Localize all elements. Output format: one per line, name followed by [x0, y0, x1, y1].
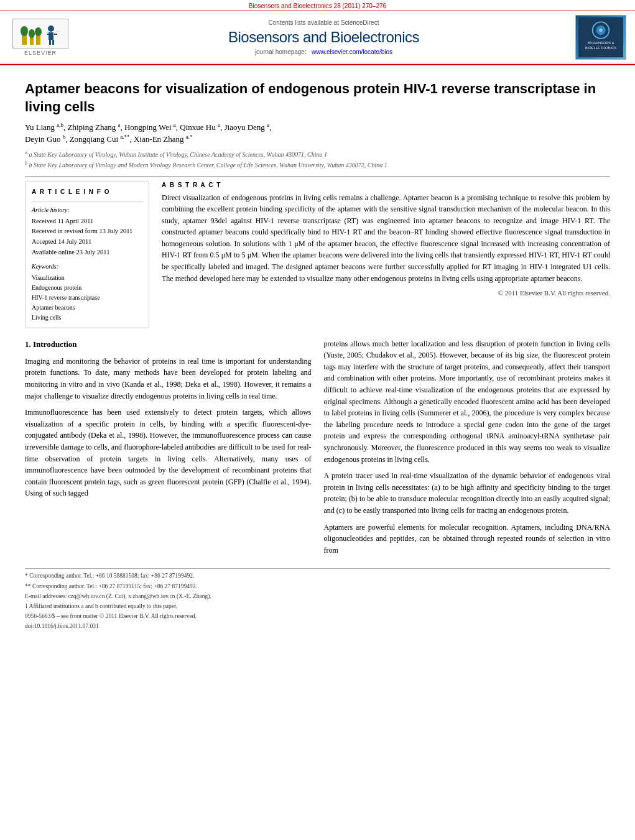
keyword-4: Aptamer beacons — [32, 303, 142, 313]
authors: Yu Liang a,b, Zhiping Zhang a, Hongping … — [25, 121, 610, 145]
divider-info — [32, 201, 142, 201]
keyword-5: Living cells — [32, 313, 142, 323]
footnote-1-text: 1 Affiliated institutions a and b contri… — [25, 603, 177, 609]
footnote-starstar-text: ** Corresponding author. Tel.: +86 27 87… — [25, 583, 197, 589]
elsevier-logo-area: ELSEVIER — [6, 19, 75, 56]
footnote-star: * Corresponding author. Tel.: +86 10 588… — [25, 571, 610, 581]
footnotes: * Corresponding author. Tel.: +86 10 588… — [25, 568, 610, 631]
keyword-2: Endogenous protein — [32, 283, 142, 293]
info-abstract-section: A R T I C L E I N F O Article history: R… — [25, 182, 610, 328]
body-two-col: 1. Introduction Imaging and monitoring t… — [25, 338, 610, 561]
homepage-link[interactable]: www.elsevier.com/locate/bios — [312, 48, 392, 55]
svg-rect-10 — [49, 40, 51, 45]
article-info-col: A R T I C L E I N F O Article history: R… — [25, 182, 149, 328]
journal-citation-bar: Biosensors and Bioelectronics 28 (2011) … — [0, 0, 635, 11]
footnote-starstar: ** Corresponding author. Tel.: +86 27 87… — [25, 582, 610, 591]
history-label: Article history: — [32, 205, 142, 215]
journal-citation: Biosensors and Bioelectronics 28 (2011) … — [249, 2, 386, 9]
svg-rect-4 — [36, 35, 40, 45]
abstract-title: A B S T R A C T — [162, 182, 610, 188]
page: Biosensors and Bioelectronics 28 (2011) … — [0, 0, 635, 840]
affiliations: a a State Key Laboratory of Virology, Wu… — [25, 149, 610, 171]
footnote-issn: 0956-5663/$ – see front matter © 2011 El… — [25, 612, 610, 621]
journal-header: Biosensors and Bioelectronics 28 (2011) … — [0, 0, 635, 65]
svg-point-5 — [35, 27, 42, 36]
divider-1 — [25, 176, 610, 177]
intro-para-right-2: A protein tracer used in real-time visua… — [324, 470, 611, 516]
article-content: Aptamer beacons for visualization of end… — [0, 65, 635, 641]
svg-rect-7 — [49, 32, 53, 40]
received-revised-date: Received in revised form 13 July 2011 — [32, 226, 142, 237]
available-online-date: Available online 23 July 2011 — [32, 247, 142, 258]
footnote-email-text: E-mail addresses: czq@wh.iov.cn (Z. Cui)… — [25, 593, 211, 599]
keywords-label: Keywords: — [32, 262, 142, 272]
elsevier-text: ELSEVIER — [24, 50, 57, 56]
accepted-date: Accepted 14 July 2011 — [32, 237, 142, 247]
footnote-1: 1 Affiliated institutions a and b contri… — [25, 602, 610, 611]
footnote-doi: doi:10.1016/j.bios.2011.07.031 — [25, 622, 610, 631]
journal-title: Biosensors and Bioelectronics — [75, 29, 573, 46]
article-info-box: A R T I C L E I N F O Article history: R… — [25, 182, 149, 328]
journal-logo-right: BIOSENSORS & BIOELECTRONICS — [573, 15, 629, 60]
body-col-right: proteins allows much better localization… — [324, 338, 611, 561]
journal-title-area: Contents lists available at ScienceDirec… — [75, 19, 573, 55]
contents-line: Contents lists available at ScienceDirec… — [75, 19, 573, 26]
journal-logo-image: BIOSENSORS & BIOELECTRONICS — [575, 15, 626, 60]
footnote-issn-text: 0956-5663/$ – see front matter © 2011 El… — [25, 613, 197, 619]
affiliation-a: a a State Key Laboratory of Virology, Wu… — [25, 149, 610, 160]
authors-text: Yu Liang a,b, Zhiping Zhang a, Hongping … — [25, 122, 271, 132]
journal-homepage: journal homepage: www.elsevier.com/locat… — [75, 48, 573, 55]
svg-point-1 — [21, 26, 28, 36]
contents-label: Contents lists available at ScienceDirec… — [269, 19, 379, 26]
svg-rect-8 — [47, 34, 50, 35]
svg-point-3 — [29, 29, 35, 38]
abstract-text: Direct visualization of endogenous prote… — [162, 192, 610, 285]
affiliation-b: b b State Key Laboratory of Virology and… — [25, 160, 610, 170]
footnote-star-text: * Corresponding author. Tel.: +86 10 588… — [25, 573, 194, 579]
svg-text:BIOSENSORS &: BIOSENSORS & — [588, 41, 614, 45]
svg-rect-9 — [54, 34, 57, 35]
svg-rect-12 — [578, 17, 623, 57]
intro-heading: 1. Introduction — [25, 338, 312, 351]
received-date: Received 11 April 2011 — [32, 216, 142, 227]
svg-point-15 — [599, 29, 603, 32]
svg-rect-11 — [52, 40, 54, 45]
body-col-left: 1. Introduction Imaging and monitoring t… — [25, 338, 312, 561]
intro-para-right-3: Aptamers are powerful elements for molec… — [324, 522, 611, 556]
svg-text:BIOELECTRONICS: BIOELECTRONICS — [585, 46, 616, 50]
body-section: 1. Introduction Imaging and monitoring t… — [25, 338, 610, 561]
svg-point-6 — [48, 25, 54, 32]
homepage-label: journal homepage: — [255, 48, 307, 55]
intro-para-1: Imaging and monitoring the behavior of p… — [25, 356, 312, 402]
intro-para-2: Immunofluorescence has been used extensi… — [25, 407, 312, 499]
article-info-title: A R T I C L E I N F O — [32, 187, 142, 197]
abstract-col: A B S T R A C T Direct visualization of … — [162, 182, 610, 328]
authors-text-2: Deyin Guo b, Zongqiang Cui a,**, Xian-En… — [25, 134, 193, 144]
footnote-email: E-mail addresses: czq@wh.iov.cn (Z. Cui)… — [25, 592, 610, 601]
copyright: © 2011 Elsevier B.V. All rights reserved… — [162, 289, 610, 297]
keyword-3: HIV-1 reverse transcriptase — [32, 293, 142, 303]
journal-middle-bar: ELSEVIER Contents lists available at Sci… — [0, 11, 635, 64]
keyword-1: Visualization — [32, 273, 142, 283]
elsevier-logo-image — [12, 19, 68, 48]
intro-para-right-1: proteins allows much better localization… — [324, 338, 611, 466]
footnote-doi-text: doi:10.1016/j.bios.2011.07.031 — [25, 623, 99, 629]
article-title: Aptamer beacons for visualization of end… — [25, 80, 610, 116]
